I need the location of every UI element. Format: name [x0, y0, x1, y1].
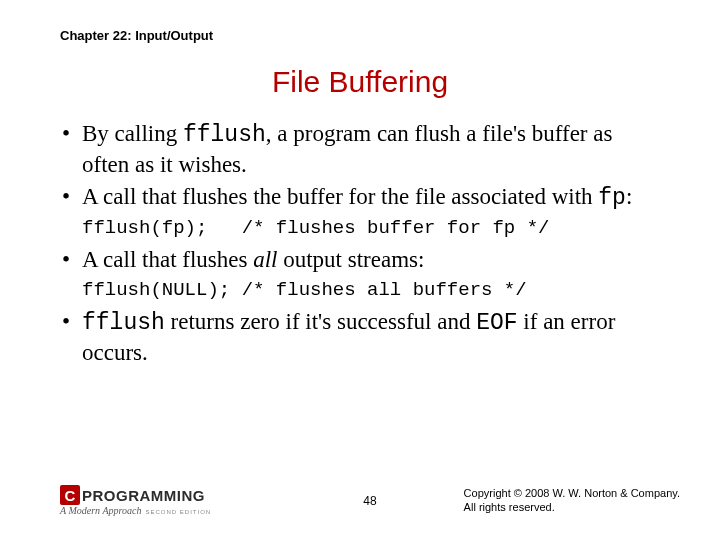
text: output streams: [277, 247, 424, 272]
code-line-2: fflush(NULL); /* flushes all buffers */ [82, 279, 660, 301]
inline-code: fflush [183, 122, 266, 148]
code-line-1: fflush(fp); /* flushes buffer for fp */ [82, 217, 660, 239]
page-title: File Buffering [60, 65, 660, 99]
logo-edition: SECOND EDITION [145, 509, 211, 515]
logo-subtitle: A Modern Approach [60, 506, 141, 516]
copyright-line-2: All rights reserved. [464, 501, 680, 515]
inline-code: fp [598, 185, 626, 211]
bullet-list: fflush returns zero if it's successful a… [60, 307, 660, 368]
book-logo: C PROGRAMMING A Modern Approach SECOND E… [60, 485, 211, 516]
slide: Chapter 22: Input/Output File Buffering … [0, 0, 720, 368]
page-number: 48 [363, 494, 376, 508]
bullet-list: A call that flushes all output streams: [60, 245, 660, 274]
logo-word: PROGRAMMING [82, 488, 205, 503]
bullet-4: fflush returns zero if it's successful a… [60, 307, 660, 368]
copyright-line-1: Copyright © 2008 W. W. Norton & Company. [464, 487, 680, 501]
text: : [626, 184, 632, 209]
logo-top: C PROGRAMMING [60, 485, 211, 505]
logo-c-icon: C [60, 485, 80, 505]
copyright: Copyright © 2008 W. W. Norton & Company.… [464, 487, 680, 515]
chapter-label: Chapter 22: Input/Output [60, 28, 660, 43]
text: A call that flushes the buffer for the f… [82, 184, 598, 209]
inline-code: fflush [82, 310, 165, 336]
text: A call that flushes [82, 247, 253, 272]
text: returns zero if it's successful and [165, 309, 476, 334]
footer: C PROGRAMMING A Modern Approach SECOND E… [60, 485, 680, 516]
bullet-2: A call that flushes the buffer for the f… [60, 182, 660, 213]
bullet-list: By calling fflush, a program can flush a… [60, 119, 660, 213]
inline-code: EOF [476, 310, 517, 336]
bullet-1: By calling fflush, a program can flush a… [60, 119, 660, 180]
text: By calling [82, 121, 183, 146]
bullet-3: A call that flushes all output streams: [60, 245, 660, 274]
italic-text: all [253, 247, 277, 272]
